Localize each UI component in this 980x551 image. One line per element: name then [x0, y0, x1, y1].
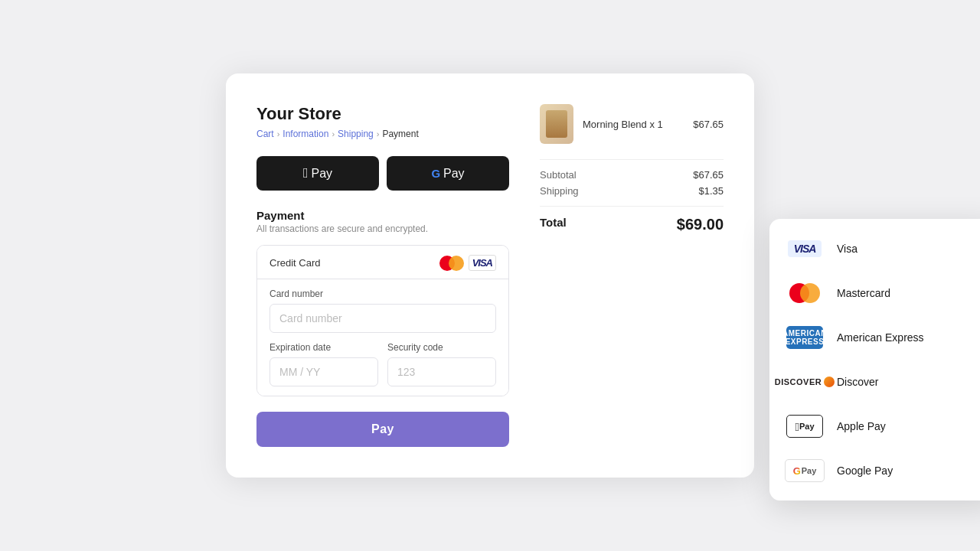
order-divider-2 [540, 206, 724, 207]
order-item-price: $67.65 [693, 119, 724, 130]
breadcrumb-sep-1: › [277, 129, 280, 139]
mastercard-label: Mastercard [837, 287, 890, 299]
subtotal-label: Subtotal [540, 169, 577, 181]
mastercard-icon-wrap [785, 280, 825, 306]
amex-badge-icon: AMERICAN EXPRESS [786, 326, 823, 349]
discover-badge-icon: DISCOVER [775, 377, 835, 387]
google-g-small: G [793, 465, 801, 477]
pay-button[interactable]: Pay [256, 412, 509, 447]
order-item-name: Morning Blend x 1 [583, 119, 684, 130]
googlepay-label: Google Pay [837, 465, 893, 477]
pm-mastercard[interactable]: Mastercard [769, 271, 980, 315]
order-divider-1 [540, 159, 724, 160]
card-bottom-row: Expiration date Security code [270, 342, 496, 386]
security-label: Security code [387, 342, 496, 353]
subtotal-value: $67.65 [693, 169, 724, 181]
payment-secure-text: All transactions are secure and encrypte… [256, 223, 509, 234]
breadcrumb-sep-3: › [377, 129, 380, 139]
pm-discover[interactable]: DISCOVER Discover [769, 360, 980, 404]
security-input[interactable] [387, 357, 496, 386]
apple-logo-icon:  [303, 165, 309, 181]
pm-applepay[interactable]:  Pay Apple Pay [769, 404, 980, 448]
googlepay-icon-wrap: G Pay [785, 458, 825, 484]
breadcrumb-cart[interactable]: Cart [256, 129, 274, 139]
breadcrumb: Cart › Information › Shipping › Payment [256, 129, 509, 139]
mastercard-badge-icon [789, 283, 820, 303]
total-value: $69.00 [677, 216, 724, 233]
googlepay-badge-icon: G Pay [785, 459, 825, 482]
product-thumbnail [540, 104, 573, 144]
pm-googlepay[interactable]: G Pay Google Pay [769, 448, 980, 493]
applepay-badge-icon:  Pay [786, 415, 823, 438]
breadcrumb-sep-2: › [332, 129, 335, 139]
pm-visa[interactable]: VISA Visa [769, 227, 980, 271]
payment-methods-popup: VISA Visa Mastercard AMERICAN EXPRESS Am… [769, 219, 980, 500]
credit-card-box: Credit Card VISA Card number Expiration … [256, 245, 509, 396]
total-row: Total $69.00 [540, 216, 724, 233]
mastercard-icon [439, 256, 464, 271]
visa-label: Visa [837, 243, 858, 255]
google-pay-label: Pay [443, 167, 465, 181]
store-title: Your Store [256, 104, 509, 124]
breadcrumb-information[interactable]: Information [283, 129, 328, 139]
visa-badge-icon: VISA [788, 240, 822, 257]
google-pay-button[interactable]: G Pay [387, 156, 509, 191]
amex-label: American Express [837, 331, 924, 344]
apple-pay-label: Pay [312, 167, 333, 181]
amex-icon-wrap: AMERICAN EXPRESS [785, 324, 825, 350]
main-card: Your Store Cart › Information › Shipping… [226, 73, 754, 478]
security-col: Security code [387, 342, 496, 386]
breadcrumb-payment: Payment [382, 129, 418, 139]
pm-amex[interactable]: AMERICAN EXPRESS American Express [769, 315, 980, 360]
credit-card-label: Credit Card [270, 257, 320, 269]
card-icons: VISA [439, 255, 496, 271]
breadcrumb-shipping[interactable]: Shipping [338, 129, 374, 139]
right-panel: Morning Blend x 1 $67.65 Subtotal $67.65… [540, 104, 724, 447]
total-label: Total [540, 216, 567, 233]
credit-card-header: Credit Card VISA [257, 246, 508, 279]
visa-icon: VISA [469, 255, 496, 271]
product-thumb-inner [546, 110, 567, 138]
visa-icon-wrap: VISA [785, 236, 825, 262]
apple-pay-button[interactable]:  Pay [256, 156, 379, 191]
shipping-value: $1.35 [698, 185, 724, 197]
discover-label: Discover [837, 376, 878, 388]
payment-section-title: Payment [256, 209, 509, 222]
order-item: Morning Blend x 1 $67.65 [540, 104, 724, 144]
expiry-label: Expiration date [270, 342, 378, 353]
left-panel: Your Store Cart › Information › Shipping… [256, 104, 509, 447]
express-pay-buttons:  Pay G Pay [256, 156, 509, 191]
card-number-label: Card number [270, 289, 496, 299]
expiry-col: Expiration date [270, 342, 378, 386]
discover-icon-wrap: DISCOVER [785, 369, 825, 395]
shipping-label: Shipping [540, 185, 579, 197]
expiry-input[interactable] [270, 357, 378, 386]
card-field-area: Card number Expiration date Security cod… [257, 279, 508, 396]
google-g-icon: G [431, 167, 440, 180]
subtotal-row: Subtotal $67.65 [540, 169, 724, 181]
applepay-label: Apple Pay [837, 420, 886, 432]
applepay-icon-wrap:  Pay [785, 413, 825, 439]
shipping-row: Shipping $1.35 [540, 185, 724, 197]
card-number-input[interactable] [270, 304, 496, 333]
